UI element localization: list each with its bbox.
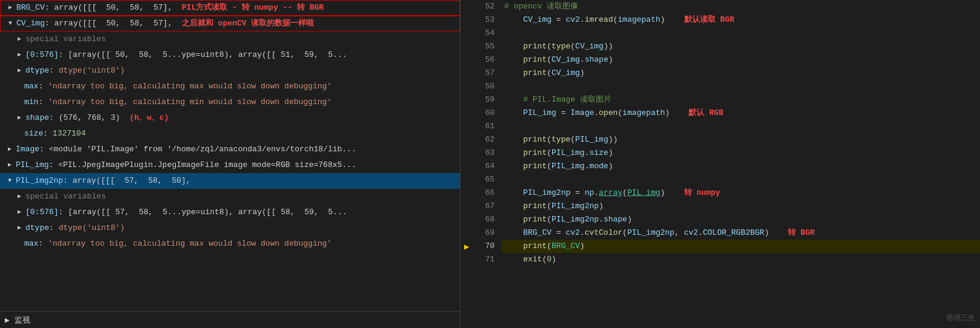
line-num-55: 55: [473, 40, 495, 53]
code-line-68[interactable]: print ( PIL_img2np . shape ): [502, 213, 980, 226]
debug-item-size: size : 1327104: [0, 126, 460, 142]
gutter-63: [461, 146, 473, 160]
debug-item-min: min : 'ndarray too big, calculating min …: [0, 94, 460, 110]
gutter-62: [461, 133, 473, 146]
var-name-brg-cv: BRG_CV: [16, 1, 45, 15]
expand-icon-image[interactable]: ▶: [5, 143, 15, 156]
code-line-52[interactable]: # opencv 读取图像: [502, 0, 980, 13]
bottom-bar[interactable]: ▶ 监视: [0, 311, 460, 328]
line-num-52: 52: [473, 0, 495, 13]
debug-item-special-vars-2[interactable]: ▶ special variables: [0, 189, 460, 205]
code-line-55[interactable]: print ( type ( CV_img )): [502, 40, 980, 53]
code-line-53[interactable]: CV_img = cv2 . imread ( imagepath ) 默认读取…: [502, 13, 980, 27]
line-numbers: 52 53 54 55 56 57 58 59 60 61 62 63 64 6…: [473, 0, 502, 328]
expand-icon-special-2[interactable]: ▶: [15, 190, 24, 203]
expand-icon-special[interactable]: ▶: [15, 33, 24, 46]
line-num-62: 62: [473, 133, 495, 146]
debug-item-dtype-2[interactable]: ▶ dtype : dtype('uint8'): [0, 220, 460, 236]
gutter-59: [461, 93, 473, 107]
line-num-57: 57: [473, 67, 495, 80]
gutter-67: [461, 200, 473, 213]
line-num-68: 68: [473, 213, 495, 226]
code-line-71[interactable]: exit ( 0 ): [502, 253, 980, 266]
gutter-54: [461, 27, 473, 40]
var-name-cv-img: CV_img: [16, 17, 45, 30]
code-line-56[interactable]: print ( CV_img . shape ): [502, 53, 980, 67]
expand-icon-slice[interactable]: ▶: [15, 48, 24, 62]
line-num-58: 58: [473, 80, 495, 93]
line-num-67: 67: [473, 200, 495, 213]
line-num-63: 63: [473, 146, 495, 160]
code-line-57[interactable]: print ( CV_img ): [502, 67, 980, 80]
line-num-53: 53: [473, 13, 495, 27]
gutter-57: [461, 67, 473, 80]
debug-item-image[interactable]: ▶ Image : <module 'PIL.Image' from '/hom…: [0, 142, 460, 157]
line-num-64: 64: [473, 160, 495, 173]
debug-panel: ▶ BRG_CV : array([[[ 50, 58, 57], PIL方式读…: [0, 0, 461, 328]
line-num-71: 71: [473, 253, 495, 266]
debug-item-pil-img2np[interactable]: ▼ PIL_img2np : array([[[ 57, 58, 50],: [0, 173, 460, 189]
expand-icon-dtype-2[interactable]: ▶: [15, 221, 24, 235]
expand-icon-shape[interactable]: ▶: [15, 111, 24, 125]
expand-icon-pil-img[interactable]: ▶: [5, 159, 15, 172]
code-line-67[interactable]: print ( PIL_img2np ): [502, 200, 980, 213]
watermark: 墨理三生: [946, 313, 975, 323]
gutter-64: [461, 160, 473, 173]
line-num-70: 70: [473, 240, 495, 253]
gutter-58: [461, 80, 473, 93]
code-line-59[interactable]: # PIL.Image 读取图片: [502, 93, 980, 107]
gutter-60: [461, 107, 473, 120]
debug-arrow-70: ▶: [461, 240, 473, 253]
expand-icon-brg-cv[interactable]: ▶: [5, 1, 15, 15]
line-num-65: 65: [473, 173, 495, 186]
debug-variable-list: ▶ BRG_CV : array([[[ 50, 58, 57], PIL方式读…: [0, 0, 460, 311]
code-line-65: [502, 173, 980, 186]
debug-item-cv-img[interactable]: ▼ CV_img : array([[[ 50, 58, 57], 之后就和 o…: [0, 16, 460, 31]
expand-icon-cv-img[interactable]: ▼: [5, 17, 15, 30]
gutter-55: [461, 40, 473, 53]
code-line-64[interactable]: print ( PIL_img . mode ): [502, 160, 980, 173]
code-line-62[interactable]: print ( type ( PIL_img )): [502, 133, 980, 146]
expand-icon-pil-img2np[interactable]: ▼: [5, 174, 15, 188]
line-num-60: 60: [473, 107, 495, 120]
gutter-69: [461, 226, 473, 240]
gutter-71: [461, 253, 473, 266]
line-num-56: 56: [473, 53, 495, 67]
code-line-58: [502, 80, 980, 93]
debug-item-shape[interactable]: ▶ shape : (576, 768, 3) (h、w、c): [0, 110, 460, 126]
code-lines: # opencv 读取图像 CV_img = cv2 . imread ( im…: [502, 0, 980, 328]
code-line-63[interactable]: print ( PIL_img . size ): [502, 146, 980, 160]
code-line-60[interactable]: PIL_img = Image . open ( imagepath ) 默认 …: [502, 107, 980, 120]
gutter-66: [461, 186, 473, 200]
line-num-54: 54: [473, 27, 495, 40]
line-num-66: 66: [473, 186, 495, 200]
debug-item-special-vars[interactable]: ▶ special variables: [0, 31, 460, 47]
line-num-69: 69: [473, 226, 495, 240]
debug-item-slice[interactable]: ▶ [0:576] : [array([[ 50, 58, 5...ype=ui…: [0, 47, 460, 63]
code-line-54: [502, 27, 980, 40]
debug-item-slice-2[interactable]: ▶ [0:576] : [array([[ 57, 58, 5...ype=ui…: [0, 205, 460, 220]
gutter-53: [461, 13, 473, 27]
code-area: ▶ 52 53 54 55 56 57 58 59 60 61 62 63 64…: [461, 0, 980, 328]
expand-icon-dtype[interactable]: ▶: [15, 64, 24, 77]
code-line-70[interactable]: print ( BRG_CV ): [502, 240, 980, 253]
line-num-59: 59: [473, 93, 495, 107]
expand-icon-slice-2[interactable]: ▶: [15, 206, 24, 219]
line-num-61: 61: [473, 120, 495, 133]
gutter-debug: ▶: [461, 0, 473, 328]
gutter-68: [461, 213, 473, 226]
debug-item-brg-cv[interactable]: ▶ BRG_CV : array([[[ 50, 58, 57], PIL方式读…: [0, 0, 460, 16]
debug-item-dtype[interactable]: ▶ dtype : dtype('uint8'): [0, 63, 460, 79]
code-editor-panel: ▶ 52 53 54 55 56 57 58 59 60 61 62 63 64…: [461, 0, 980, 328]
gutter-61: [461, 120, 473, 133]
debug-item-max: max : 'ndarray too big, calculating max …: [0, 79, 460, 94]
gutter-56: [461, 53, 473, 67]
gutter-52: [461, 0, 473, 13]
gutter-65: [461, 173, 473, 186]
code-line-66[interactable]: PIL_img2np = np . array ( PIL_img ) 转 nu…: [502, 186, 980, 200]
debug-item-max-2: max : 'ndarray too big, calculating max …: [0, 236, 460, 252]
code-line-61: [502, 120, 980, 133]
debug-item-pil-img[interactable]: ▶ PIL_img : <PIL.JpegImagePlugin.JpegIma…: [0, 157, 460, 173]
bottom-bar-label: ▶ 监视: [5, 315, 30, 326]
code-line-69[interactable]: BRG_CV = cv2 . cvtColor ( PIL_img2np , c…: [502, 226, 980, 240]
